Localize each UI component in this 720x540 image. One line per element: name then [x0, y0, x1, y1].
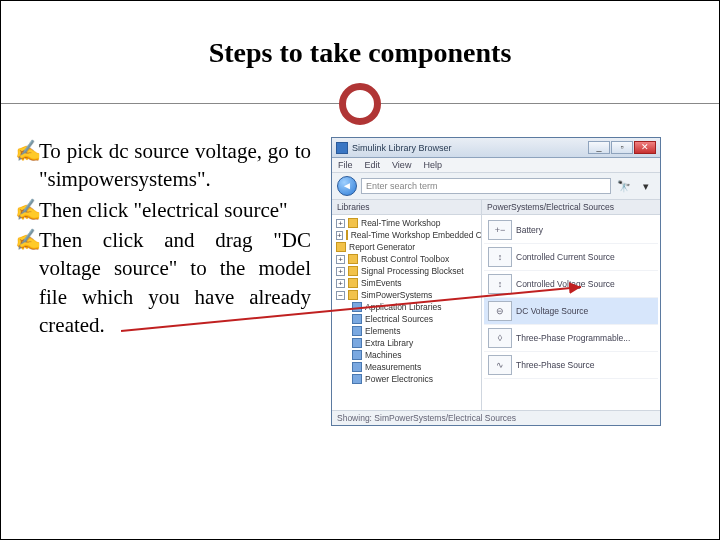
block-icon: +− [488, 220, 512, 240]
close-button[interactable]: ✕ [634, 141, 656, 154]
tree-label[interactable]: Measurements [365, 362, 421, 372]
block-label[interactable]: Battery [516, 225, 543, 235]
bullet-item: ✍To pick dc source voltage, go to "simpo… [39, 137, 311, 194]
tree-item: Measurements [334, 361, 479, 373]
tree-item-simpower: −SimPowerSystems [334, 289, 479, 301]
tree-label[interactable]: Real-Time Workshop [361, 218, 440, 228]
subtree: Application Libraries Electrical Sources… [334, 301, 479, 385]
block-label[interactable]: Three-Phase Source [516, 360, 594, 370]
menu-file[interactable]: File [338, 160, 353, 170]
window-buttons: _ ▫ ✕ [588, 141, 656, 154]
menu-view[interactable]: View [392, 160, 411, 170]
left-pane-header: Libraries [332, 200, 481, 215]
tree-item: Machines [334, 349, 479, 361]
block-icon: ◊ [488, 328, 512, 348]
bullet-text: To pick dc source voltage, go to "simpow… [39, 139, 311, 191]
block-icon: ↕ [488, 274, 512, 294]
tree-item: +Robust Control Toolbox [334, 253, 479, 265]
window-titlebar[interactable]: Simulink Library Browser _ ▫ ✕ [332, 138, 660, 158]
library-icon [352, 362, 362, 372]
accent-ring-icon [339, 83, 381, 125]
content-row: ✍To pick dc source voltage, go to "simpo… [1, 131, 719, 539]
block-icon: ⊖ [488, 301, 512, 321]
folder-icon [346, 230, 348, 240]
tree-label[interactable]: Elements [365, 326, 400, 336]
search-icon[interactable]: 🔭 [615, 179, 633, 193]
menu-help[interactable]: Help [423, 160, 442, 170]
tree-item: Power Electronics [334, 373, 479, 385]
library-browser-window: Simulink Library Browser _ ▫ ✕ File Edit… [331, 137, 661, 426]
tree-item: +SimEvents [334, 277, 479, 289]
collapse-icon[interactable]: − [336, 291, 345, 300]
tree-item: +Signal Processing Blockset [334, 265, 479, 277]
list-item: ↕Controlled Current Source [484, 244, 658, 271]
tree-label[interactable]: SimEvents [361, 278, 402, 288]
menu-edit[interactable]: Edit [365, 160, 381, 170]
tree-label[interactable]: Application Libraries [365, 302, 442, 312]
right-pane-header: PowerSystems/Electrical Sources [482, 200, 660, 215]
block-label[interactable]: Controlled Current Source [516, 252, 615, 262]
tree-label[interactable]: Extra Library [365, 338, 413, 348]
folder-icon [348, 254, 358, 264]
block-icon: ↕ [488, 247, 512, 267]
expand-icon[interactable]: + [336, 279, 345, 288]
right-pane: PowerSystems/Electrical Sources +−Batter… [482, 200, 660, 410]
back-button[interactable] [337, 176, 357, 196]
list-item: ↕Controlled Voltage Source [484, 271, 658, 298]
folder-icon [348, 266, 358, 276]
library-icon [352, 302, 362, 312]
list-item: ◊Three-Phase Programmable... [484, 325, 658, 352]
block-label[interactable]: Controlled Voltage Source [516, 279, 615, 289]
tree-label[interactable]: Signal Processing Blockset [361, 266, 464, 276]
slide-title: Steps to take components [1, 37, 719, 69]
list-item: ∿Three-Phase Source [484, 352, 658, 379]
bullet-text: Then click "electrical source" [39, 198, 288, 222]
folder-icon [348, 218, 358, 228]
tree-label[interactable]: Report Generator [349, 242, 415, 252]
list-item: +−Battery [484, 217, 658, 244]
toolbar: Enter search term 🔭 ▾ [332, 173, 660, 200]
block-label[interactable]: DC Voltage Source [516, 306, 588, 316]
bullet-glyph-icon: ✍ [15, 226, 41, 254]
library-icon [352, 350, 362, 360]
tree-label[interactable]: Robust Control Toolbox [361, 254, 449, 264]
slide: Steps to take components ✍To pick dc sou… [0, 0, 720, 540]
bullet-glyph-icon: ✍ [15, 196, 41, 224]
tree-label[interactable]: SimPowerSystems [361, 290, 432, 300]
tree-label[interactable]: Real-Time Workshop Embedded Code [351, 230, 481, 240]
minimize-button[interactable]: _ [588, 141, 610, 154]
tree-item: +Real-Time Workshop [334, 217, 479, 229]
library-icon [352, 338, 362, 348]
maximize-button[interactable]: ▫ [611, 141, 633, 154]
tree-item: Application Libraries [334, 301, 479, 313]
folder-icon [336, 242, 346, 252]
library-icon [352, 326, 362, 336]
left-pane: Libraries +Real-Time Workshop +Real-Time… [332, 200, 482, 410]
library-tree[interactable]: +Real-Time Workshop +Real-Time Workshop … [332, 215, 481, 410]
expand-icon[interactable]: + [336, 219, 345, 228]
block-label[interactable]: Three-Phase Programmable... [516, 333, 630, 343]
expand-icon[interactable]: + [336, 255, 345, 264]
tree-label[interactable]: Electrical Sources [365, 314, 433, 324]
expand-icon[interactable]: + [336, 231, 343, 240]
block-icon: ∿ [488, 355, 512, 375]
block-list[interactable]: +−Battery ↕Controlled Current Source ↕Co… [482, 215, 660, 410]
bullet-glyph-icon: ✍ [15, 137, 41, 165]
bullet-item: ✍Then click and drag "DC voltage source"… [39, 226, 311, 339]
folder-icon [348, 278, 358, 288]
tree-item: +Real-Time Workshop Embedded Code [334, 229, 479, 241]
folder-icon [348, 290, 358, 300]
bullet-text: Then click and drag "DC voltage source" … [39, 228, 311, 337]
status-bar: Showing: SimPowerSystems/Electrical Sour… [332, 410, 660, 425]
library-icon [352, 314, 362, 324]
tree-item-electrical-sources: Electrical Sources [334, 313, 479, 325]
expand-icon[interactable]: + [336, 267, 345, 276]
tree-label[interactable]: Machines [365, 350, 401, 360]
search-options-icon[interactable]: ▾ [637, 179, 655, 193]
tree-item: Elements [334, 325, 479, 337]
search-input[interactable]: Enter search term [361, 178, 611, 194]
library-icon [352, 374, 362, 384]
tree-label[interactable]: Power Electronics [365, 374, 433, 384]
bullet-item: ✍Then click "electrical source" [39, 196, 311, 224]
tree-item: Report Generator [334, 241, 479, 253]
